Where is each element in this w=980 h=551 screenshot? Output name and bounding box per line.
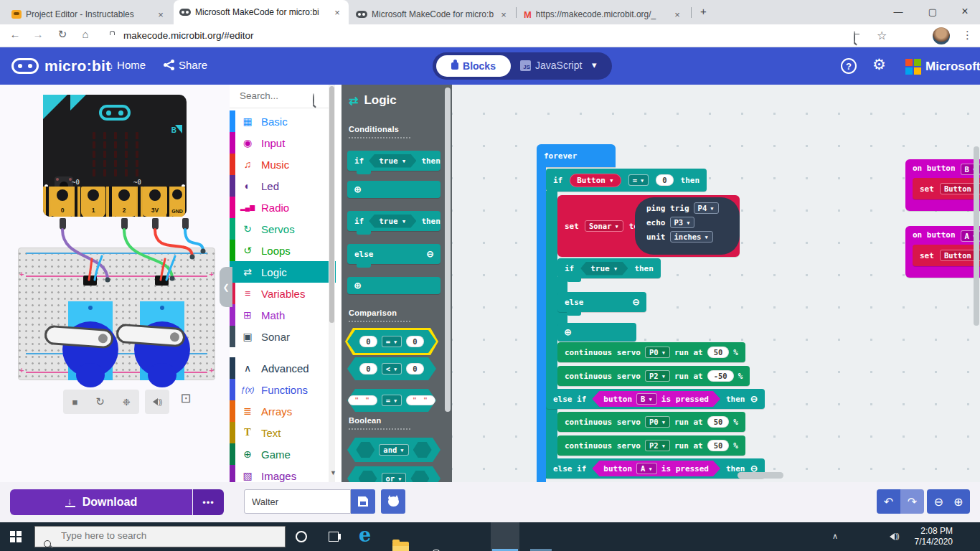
set-button-block[interactable]: set Button▾: [913, 178, 980, 199]
category-variables[interactable]: ≡Variables: [230, 283, 336, 304]
pin-2[interactable]: 2: [112, 187, 136, 217]
minus-icon[interactable]: ⊖: [633, 297, 639, 308]
category-loops[interactable]: ↺Loops: [230, 240, 336, 261]
tab-javascript[interactable]: JS JavaScript: [520, 60, 582, 71]
continuous-servo-block[interactable]: continuous servo P0▾ run at 50 %: [557, 342, 745, 362]
toolbox-search[interactable]: [230, 88, 329, 108]
category-functions[interactable]: ƒ(x)Functions: [230, 379, 336, 400]
zoom-out-icon[interactable]: ⊖: [934, 495, 943, 509]
set-button-block[interactable]: set Button▾: [913, 245, 980, 266]
inner-else-bar[interactable]: else ⊖: [557, 292, 646, 312]
servo-pin-dropdown[interactable]: P2▾: [645, 370, 670, 382]
servo-pin-dropdown[interactable]: P2▾: [645, 440, 670, 451]
continuous-servo-block[interactable]: continuous servo P2▾ run at 50 %: [557, 435, 745, 456]
tab-close-icon[interactable]: ×: [672, 9, 683, 20]
condition-true-dropdown[interactable]: true▾: [580, 262, 628, 276]
url-text[interactable]: makecode.microbit.org/#editor: [123, 30, 254, 41]
inner-if-block[interactable]: if true▾ then: [557, 258, 661, 278]
forever-block[interactable]: forever: [537, 144, 616, 167]
button-b-pressed-condition[interactable]: button B▾ is pressed: [592, 391, 720, 407]
flyout-and-block[interactable]: and▾: [347, 438, 440, 462]
flyout-string-equals-block[interactable]: " " =▾ " ": [347, 389, 436, 412]
tray-chevron-icon[interactable]: ∧: [832, 532, 838, 541]
debug-icon[interactable]: ❉: [123, 397, 131, 408]
forward-icon[interactable]: →: [30, 28, 46, 40]
tab-makecode-2[interactable]: Microsoft MakeCode for micro:b ×: [350, 4, 515, 24]
workspace-vertical-scrollbar[interactable]: [974, 146, 979, 326]
microbit-brand[interactable]: micro:bit: [11, 57, 111, 75]
comparison-op-dropdown[interactable]: =▾: [628, 174, 649, 186]
category-music[interactable]: ♫Music: [230, 154, 336, 175]
project-name-input[interactable]: [244, 489, 351, 514]
category-arrays[interactable]: ≣Arrays: [230, 400, 336, 422]
trig-pin-dropdown[interactable]: P4▾: [694, 202, 719, 214]
elseif-button-a-bar[interactable]: else if button A▾ is pressed then ⊖: [546, 458, 765, 479]
zoom-in-icon[interactable]: ⊕: [953, 495, 963, 509]
window-minimize-button[interactable]: —: [887, 0, 909, 23]
flyout-else-bar[interactable]: else ⊖: [347, 244, 440, 264]
minus-icon[interactable]: ⊖: [427, 249, 433, 260]
category-sonar[interactable]: ▣Sonar: [230, 326, 336, 347]
plus-icon[interactable]: ⊕: [354, 281, 361, 291]
back-icon[interactable]: ←: [7, 28, 23, 40]
redo-button[interactable]: ↷: [900, 489, 924, 514]
category-advanced[interactable]: ∧Advanced: [230, 357, 336, 379]
profile-avatar[interactable]: [933, 27, 950, 44]
pin-3v[interactable]: 3V: [143, 187, 167, 217]
flyout-ifelse-footer[interactable]: ⊕: [347, 277, 440, 294]
ping-block[interactable]: ping trig P4▾ echo P3▾ unit inches▾: [635, 197, 740, 255]
tab-instructables[interactable]: Project Editor - Instructables ×: [6, 4, 172, 24]
continuous-servo-block[interactable]: continuous servo P2▾ run at -50 %: [557, 366, 750, 386]
button-choice-dropdown[interactable]: A▾: [636, 463, 657, 474]
download-button[interactable]: ↓ Download: [10, 489, 192, 515]
window-close-button[interactable]: ×: [954, 0, 976, 23]
home-button[interactable]: ⌂ Home: [106, 59, 146, 71]
elseif-button-b-bar[interactable]: else if button B▾ is pressed then ⊖: [546, 389, 765, 409]
toolbox-scrollbar-thumb[interactable]: [329, 86, 334, 323]
echo-pin-dropdown[interactable]: P3▾: [670, 217, 695, 228]
save-project-button[interactable]: [351, 489, 375, 514]
workspace-horizontal-scrollbar[interactable]: [738, 472, 783, 479]
mute-button[interactable]: )): [145, 390, 169, 414]
toolbox-scroll-caret-icon[interactable]: ▼: [330, 469, 336, 476]
flyout-if-block[interactable]: if true▾ then: [347, 151, 440, 171]
blocks-workspace[interactable]: forever if Button▾ =▾ 0 then set Sonar▾ …: [452, 85, 980, 482]
continuous-servo-block[interactable]: continuous servo P0▾ run at 50 %: [557, 412, 745, 432]
pin-gnd[interactable]: GND: [169, 187, 185, 217]
home-icon[interactable]: ⌂: [77, 28, 93, 40]
window-maximize-button[interactable]: ▢: [922, 0, 943, 23]
new-tab-button[interactable]: +: [700, 5, 707, 17]
tab-close-icon[interactable]: ×: [498, 9, 509, 20]
flyout-ifelse-block[interactable]: if true▾ then: [347, 211, 440, 231]
browser-menu-icon[interactable]: ⋮: [962, 29, 973, 42]
flyout-scrollbar-thumb[interactable]: [445, 88, 451, 412]
sonar-variable-dropdown[interactable]: Sonar▾: [585, 220, 623, 232]
taskbar-search[interactable]: [34, 526, 286, 547]
taskbar-search-input[interactable]: [60, 529, 278, 542]
search-input[interactable]: [238, 90, 310, 102]
fullscreen-button[interactable]: ⊡: [175, 387, 197, 409]
volume-icon[interactable]: )): [890, 532, 899, 540]
category-text[interactable]: TText: [230, 422, 336, 443]
flyout-equals-block[interactable]: 0 =▾ 0: [347, 330, 436, 353]
led-grid[interactable]: [89, 131, 142, 178]
github-button[interactable]: [381, 489, 405, 514]
button-a-pressed-condition[interactable]: button A▾ is pressed: [592, 461, 720, 476]
category-radio[interactable]: ▂▄▆Radio: [230, 197, 336, 218]
button-choice-dropdown[interactable]: B▾: [636, 393, 657, 405]
minus-icon[interactable]: ⊖: [751, 394, 758, 405]
category-logic-selected[interactable]: ⇄Logic: [230, 261, 336, 283]
collapse-simulator-button[interactable]: ❮: [220, 267, 232, 307]
bookmark-star-icon[interactable]: ☆: [877, 29, 887, 42]
category-servos[interactable]: ↻Servos: [230, 218, 336, 240]
tab-makecode-active[interactable]: Microsoft MakeCode for micro:bi ×: [174, 0, 349, 24]
category-math[interactable]: ⊞Math: [230, 304, 336, 326]
servo-pin-dropdown[interactable]: P0▾: [645, 416, 670, 428]
settings-gear-icon[interactable]: ⚙: [872, 56, 886, 73]
speed-input[interactable]: -50: [707, 370, 734, 382]
category-images[interactable]: ▧Images: [230, 465, 336, 482]
undo-button[interactable]: ↶: [877, 489, 900, 514]
plus-icon[interactable]: ⊕: [354, 184, 361, 195]
button-variable-pill[interactable]: Button▾: [570, 174, 621, 187]
edge-icon[interactable]: e: [359, 524, 371, 546]
